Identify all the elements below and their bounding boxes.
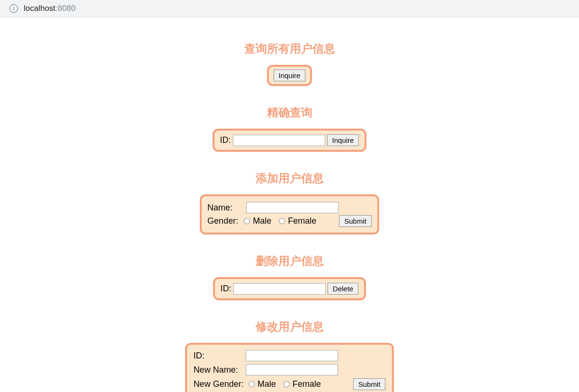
- add-name-input[interactable]: [246, 202, 338, 213]
- exact-query-heading: 精确查询: [267, 105, 312, 120]
- delete-id-input[interactable]: [233, 283, 326, 295]
- update-name-label: New Name:: [194, 365, 238, 375]
- info-icon: i: [9, 4, 18, 13]
- query-all-form: Inquire: [267, 65, 312, 86]
- delete-id-label: ID:: [221, 284, 232, 294]
- url-text: localhost:8080: [24, 4, 76, 13]
- add-name-label: Name:: [207, 203, 243, 213]
- inquire-all-button[interactable]: Inquire: [274, 70, 306, 81]
- add-female-radio[interactable]: [279, 218, 285, 224]
- delete-user-form: ID: Delete: [213, 277, 366, 300]
- exact-id-input[interactable]: [233, 135, 325, 146]
- delete-button[interactable]: Delete: [328, 283, 358, 295]
- update-male-label: Male: [258, 379, 276, 389]
- url-host: localhost: [24, 4, 55, 13]
- update-user-form: ID: New Name: New Gender: Male Female: [185, 343, 394, 392]
- query-all-heading: 查询所有用户信息: [244, 41, 335, 56]
- add-male-radio[interactable]: [244, 218, 250, 224]
- address-bar: i localhost:8080: [0, 0, 579, 17]
- add-submit-button[interactable]: Submit: [339, 215, 372, 227]
- update-submit-button[interactable]: Submit: [353, 378, 386, 390]
- add-user-heading: 添加用户信息: [256, 171, 324, 186]
- exact-inquire-button[interactable]: Inquire: [327, 134, 359, 146]
- add-user-form: Name: Gender: Male Female Submit: [200, 194, 379, 235]
- update-gender-label: New Gender:: [194, 379, 244, 389]
- page-content: 查询所有用户信息 Inquire 精确查询 ID: Inquire 添加用户信息…: [51, 17, 529, 392]
- update-female-label: Female: [293, 379, 321, 389]
- add-gender-label: Gender:: [207, 216, 238, 226]
- delete-user-heading: 删除用户信息: [256, 253, 324, 269]
- update-user-heading: 修改用户信息: [256, 319, 324, 334]
- update-female-radio[interactable]: [284, 381, 290, 387]
- add-female-label: Female: [288, 216, 316, 226]
- update-id-input[interactable]: [246, 350, 338, 361]
- url-port: :8080: [55, 4, 76, 13]
- exact-id-label: ID:: [220, 135, 231, 145]
- add-male-label: Male: [253, 216, 271, 226]
- update-male-radio[interactable]: [249, 381, 255, 387]
- update-name-input[interactable]: [246, 364, 338, 375]
- exact-query-form: ID: Inquire: [213, 129, 367, 152]
- update-id-label: ID:: [194, 351, 205, 360]
